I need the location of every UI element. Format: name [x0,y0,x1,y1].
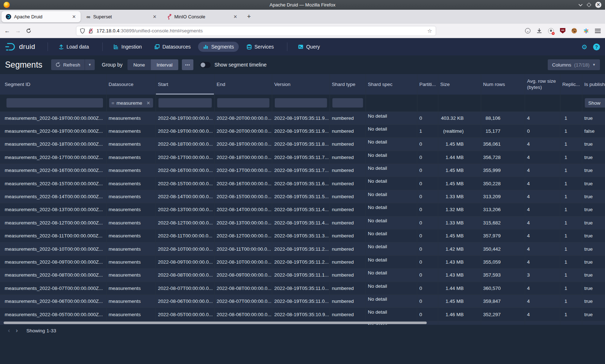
nav-item-query[interactable]: Query [293,42,324,52]
table-row[interactable]: measurements_2022-08-18T00:00:00.000Z...… [0,138,605,151]
group-by-interval-button[interactable]: Interval [151,59,178,70]
cell-version: 2022-08-19T05:35:11.4... [272,216,330,229]
cell-shard-type: numbered [330,269,366,282]
table-row[interactable]: measurements_2022-08-12T00:00:00.000Z...… [0,216,605,229]
window-minimize-icon[interactable] [578,4,583,6]
is-published-filter-button[interactable]: Show [585,98,605,108]
chevron-right-icon[interactable]: › [13,327,21,334]
cell-shard-spec: No detail [366,203,417,216]
table-row[interactable]: measurements_2022-08-15T00:00:00.000Z...… [0,177,605,190]
column-header-size[interactable]: Size [438,74,481,95]
shard-type-filter-input[interactable] [332,98,363,108]
start-filter-input[interactable] [158,98,212,108]
url-text[interactable]: 172.18.0.4:30899/unified-console.html#se… [97,28,424,33]
equals-icon: = [112,100,115,106]
table-row[interactable]: measurements_2022-08-13T00:00:00.000Z...… [0,203,605,216]
cell-version: 2022-08-19T05:35:11.2... [272,242,330,255]
cell-replicas: 1 [560,295,582,308]
tab-minio-console[interactable]: MinIO Console ✕ [163,11,242,22]
nav-item-services[interactable]: Services [242,42,279,52]
back-button[interactable]: ← [4,28,10,34]
nav-item-label: Services [255,44,274,50]
cell-avg-row-size: 4 [525,112,560,124]
nav-item-load-data[interactable]: Load data [54,42,94,52]
help-icon[interactable]: ? [593,44,600,50]
table-row[interactable]: measurements_2022-08-14T00:00:00.000Z...… [0,190,605,203]
table-row[interactable]: measurements_2022-08-08T00:00:00.000Z...… [0,269,605,282]
refresh-button[interactable]: Refresh [51,59,85,70]
column-header-avg-row-size[interactable]: Avg. row size (bytes) [525,74,560,95]
column-header-segment-id[interactable]: Segment ID [0,74,106,95]
table-row[interactable]: measurements_2022-08-11T00:00:00.000Z...… [0,229,605,242]
column-header-end[interactable]: End [214,74,272,95]
pocket-icon[interactable]: ⌄ [525,28,530,33]
cell-version: 2022-08-19T05:35:11.2... [272,255,330,268]
column-header-replicas[interactable]: Replic... [560,74,582,95]
table-row[interactable]: measurements_2022-08-06T00:00:00.000Z...… [0,295,605,308]
cell-segment-id: measurements_2022-08-18T00:00:00.000Z... [0,138,106,151]
url-bar[interactable]: 172.18.0.4:30899/unified-console.html#se… [76,26,436,36]
table-row[interactable]: measurements_2022-08-19T00:00:00.000Z...… [0,112,605,124]
cell-replicas: 1 [560,216,582,229]
profile-extension-icon[interactable] [548,28,554,34]
new-tab-button[interactable]: + [243,13,255,21]
upload-icon [58,44,64,50]
table-row[interactable]: measurements_2022-08-10T00:00:00.000Z...… [0,242,605,255]
table-row[interactable]: measurements_2022-08-05T00:00:00.000Z...… [0,308,605,321]
tab-close-icon[interactable]: ✕ [232,14,238,19]
column-header-is-published[interactable]: Is published [582,74,605,95]
clear-filter-icon[interactable]: ✕ [147,100,151,106]
cell-is-published: true [582,203,605,216]
column-header-shard-type[interactable]: Shard type [330,74,366,95]
menu-icon[interactable] [595,29,601,33]
tab-superset[interactable]: ∞ Superset ✕ [82,11,161,22]
table-row[interactable]: measurements_2022-08-17T00:00:00.000Z...… [0,151,605,164]
tab-close-icon[interactable]: ✕ [71,14,77,19]
ublock-origin-icon[interactable]: UO [560,28,565,33]
cell-avg-row-size: 4 [525,203,560,216]
bookmark-star-icon[interactable]: ☆ [427,28,432,34]
column-header-num-rows[interactable]: Num rows [481,74,525,95]
nav-item-datasources[interactable]: Datasources [149,42,196,52]
refresh-dropdown-button[interactable]: ▼ [85,59,95,70]
column-header-shard-spec[interactable]: Shard spec [366,74,417,95]
version-filter-input[interactable] [275,98,327,108]
window-close-icon[interactable]: ✕ [595,2,601,8]
columns-button[interactable]: Columns (17/18) ▼ [548,59,600,70]
tab-apache-druid[interactable]: Apache Druid ✕ [1,11,81,22]
column-header-partition[interactable]: Partiti... [417,74,438,95]
group-by-none-button[interactable]: None [127,59,151,70]
cookie-extension-icon[interactable] [572,28,577,33]
table-row[interactable]: measurements_2022-08-07T00:00:00.000Z...… [0,282,605,295]
scrollbar-thumb[interactable] [4,322,427,324]
end-filter-input[interactable] [217,98,269,108]
druid-logo[interactable]: druid [5,42,35,51]
more-options-button[interactable]: ••• [182,59,194,70]
nav-item-ingestion[interactable]: Ingestion [108,42,147,52]
pinwheel-extension-icon[interactable] [583,28,589,34]
cell-num-rows: 15,177 [481,124,525,137]
chevron-left-icon[interactable]: ‹ [5,327,13,334]
tracking-shield-icon[interactable] [80,28,85,34]
window-maximize-icon[interactable] [587,3,591,7]
horizontal-scrollbar[interactable] [0,321,605,324]
tab-close-icon[interactable]: ✕ [152,14,158,19]
datasource-filter-tag[interactable]: = measureme ✕ [109,98,153,108]
insecure-lock-icon[interactable] [88,28,93,34]
table-row[interactable]: measurements_2022-08-09T00:00:00.000Z...… [0,255,605,268]
column-header-version[interactable]: Version [272,74,330,95]
downloads-icon[interactable] [537,28,542,33]
settings-gear-icon[interactable]: ⚙ [582,43,587,51]
cell-datasource: measurements [106,269,156,282]
column-header-datasource[interactable]: Datasource [106,74,156,95]
reload-icon[interactable] [26,28,31,33]
table-row[interactable]: measurements_2022-08-19T00:00:00.000Z...… [0,124,605,137]
cell-size: 1.42 MB [438,242,481,255]
table-row[interactable]: measurements_2022-08-16T00:00:00.000Z...… [0,164,605,177]
cell-version: 2022-08-19T05:35:11.3... [272,229,330,242]
forward-button[interactable]: → [15,28,21,34]
segment-timeline-toggle[interactable] [200,62,211,68]
nav-item-segments[interactable]: Segments [198,42,238,52]
segment-id-filter-input[interactable] [6,98,103,108]
column-header-start[interactable]: Start [156,74,214,95]
